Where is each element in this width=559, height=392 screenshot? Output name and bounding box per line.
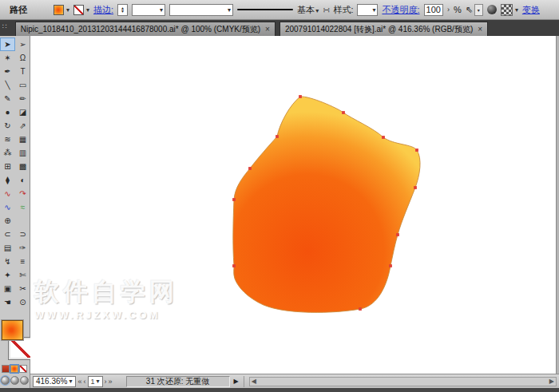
document-tab-title: Nipic_1018410_20131203144416878000.ai* @…	[21, 24, 260, 35]
live-paint-selection-tool[interactable]: ≈	[15, 200, 30, 214]
align-options-icon[interactable]	[501, 4, 513, 16]
shape-builder-tool[interactable]: ↷	[15, 187, 30, 200]
width-profile-combo[interactable]: ▾	[169, 4, 233, 16]
document-tab-2[interactable]: 200791014022804 [转换].ai* @ 416.36% (RGB/…	[280, 22, 488, 36]
style-picker-icon[interactable]: ∺	[323, 5, 329, 15]
prev-artboard-icon[interactable]: ‹	[84, 378, 86, 386]
align-tool[interactable]: ≡	[15, 255, 30, 268]
last-artboard-icon[interactable]: »	[109, 378, 113, 386]
fill-color-swatch[interactable]	[54, 5, 64, 15]
select-similar-icon[interactable]: ⇖	[466, 5, 473, 15]
anchor-point[interactable]	[415, 148, 418, 152]
paintbrush-tool[interactable]: ✎	[0, 92, 15, 105]
draw-normal-button[interactable]	[1, 376, 10, 385]
transform-link[interactable]: 变换	[522, 4, 540, 16]
zoom-level-combo[interactable]: 416.36% ▾	[33, 376, 76, 387]
magic-wand-tool[interactable]: ✶	[0, 51, 15, 65]
mesh-warp-tool[interactable]: ⊂	[0, 228, 15, 241]
draw-inside-button[interactable]	[20, 376, 29, 385]
rectangle-tool[interactable]: ▭	[15, 78, 30, 92]
artboard-tool[interactable]: ▣	[0, 282, 15, 295]
graphic-style-combo[interactable]: ▾	[357, 4, 378, 16]
divider	[244, 376, 244, 387]
stroke-dropdown-icon[interactable]: ▾	[86, 6, 89, 14]
warp-tool[interactable]: ≋	[0, 133, 15, 146]
pencil-tool[interactable]: ✏	[15, 92, 30, 105]
document-tab-1[interactable]: Nipic_1018410_20131203144416878000.ai* @…	[15, 22, 276, 36]
spin-down-icon[interactable]: ▾	[121, 10, 124, 13]
selection-tool[interactable]: ➤	[0, 38, 15, 51]
width-tool[interactable]: ∿	[0, 187, 15, 200]
opacity-link[interactable]: 不透明度:	[382, 4, 419, 16]
knife-tool[interactable]: ✄	[15, 268, 30, 282]
artboard-number-value: 1	[91, 378, 95, 386]
fill-indicator-swatch[interactable]	[2, 320, 23, 340]
blob-brush-tool[interactable]: ●	[0, 105, 15, 119]
horizontal-scrollbar[interactable]: ◀ ▶	[249, 377, 557, 386]
direct-selection-tool[interactable]: ➢	[15, 38, 30, 51]
close-icon[interactable]: ×	[265, 25, 270, 34]
select-similar-dropdown-icon[interactable]: ▾	[474, 4, 483, 16]
align-dropdown-icon[interactable]: ▾	[515, 6, 518, 14]
anchor-point[interactable]	[232, 198, 236, 201]
close-icon[interactable]: ×	[478, 25, 482, 34]
twirl-tool[interactable]: ⊃	[15, 228, 30, 241]
free-transform-tool[interactable]: ▦	[15, 133, 30, 146]
anchor-point[interactable]	[396, 233, 399, 236]
pen-tool[interactable]: ✒	[0, 65, 15, 78]
eraser-tool[interactable]: ◪	[15, 105, 30, 119]
color-button[interactable]	[2, 365, 10, 373]
none-button[interactable]	[19, 365, 27, 373]
stroke-indicator-swatch[interactable]	[9, 338, 32, 359]
perspective-grid-tool[interactable]: ⊕	[0, 214, 15, 228]
measure-tool[interactable]: ✑	[15, 241, 30, 255]
symbol-sprayer-tool[interactable]: ⁂	[0, 146, 15, 160]
anchor-point[interactable]	[382, 136, 385, 139]
scale-tool[interactable]: ⇗	[15, 119, 30, 133]
rotate-tool[interactable]: ↻	[0, 119, 15, 133]
stroke-color-swatch[interactable]	[73, 5, 84, 15]
path-eraser-tool[interactable]: ↯	[0, 255, 15, 268]
stroke-weight-stepper[interactable]: ▴ ▾	[117, 4, 128, 16]
anchor-point[interactable]	[276, 135, 279, 138]
stroke-weight-combo[interactable]: ▾	[132, 4, 165, 16]
anchor-point[interactable]	[248, 167, 252, 170]
gradient-tool[interactable]: ▩	[15, 160, 30, 173]
gradient-button[interactable]	[10, 365, 18, 373]
column-graph-tool[interactable]: ▥	[15, 146, 30, 160]
lasso-tool[interactable]: Ω	[15, 51, 30, 65]
brush-definition-combo[interactable]: 基本 ▾	[297, 4, 319, 16]
scroll-left-icon[interactable]: ◀	[252, 378, 256, 385]
anchor-point[interactable]	[232, 264, 236, 267]
next-artboard-icon[interactable]: ›	[105, 378, 107, 386]
anchor-point[interactable]	[342, 111, 345, 114]
type-tool[interactable]: T	[15, 65, 30, 78]
graph-tool[interactable]: ▤	[0, 241, 15, 255]
anchor-point[interactable]	[359, 307, 362, 311]
slice-tool[interactable]: ✂	[15, 282, 30, 295]
artboard-number-combo[interactable]: 1 ▾	[88, 376, 103, 387]
symbol-shifter-tool[interactable]: ✦	[0, 268, 15, 282]
anchor-point[interactable]	[389, 264, 392, 267]
gradient-shape-path[interactable]	[233, 97, 420, 312]
stroke-weight-link[interactable]: 描边:	[93, 4, 113, 16]
percent-label: %	[454, 5, 462, 14]
mesh-tool[interactable]: ⊞	[0, 160, 15, 173]
opacity-input[interactable]: 100	[424, 4, 443, 16]
artboard-canvas[interactable]: 软件自学网 WWW.RJZXW.COM	[30, 36, 559, 374]
line-segment-tool[interactable]: ╲	[0, 78, 15, 92]
status-popup-icon[interactable]: ▶	[234, 378, 239, 385]
zoom-tool[interactable]: ⊙	[15, 295, 30, 309]
hand-tool[interactable]: ☚	[0, 295, 15, 309]
first-artboard-icon[interactable]: «	[78, 378, 82, 386]
recolor-artwork-icon[interactable]	[487, 5, 497, 14]
anchor-point[interactable]	[299, 95, 302, 98]
eyedropper-tool[interactable]: ⧫	[0, 173, 15, 187]
blend-tool[interactable]: ◐	[15, 173, 30, 187]
fill-dropdown-icon[interactable]: ▾	[66, 6, 69, 14]
scroll-right-icon[interactable]: ▶	[549, 378, 554, 385]
anchor-point[interactable]	[414, 186, 417, 189]
opacity-popup-icon[interactable]: ›	[447, 6, 450, 14]
live-paint-bucket-tool[interactable]: ∿	[0, 200, 15, 214]
draw-behind-button[interactable]	[10, 376, 19, 385]
